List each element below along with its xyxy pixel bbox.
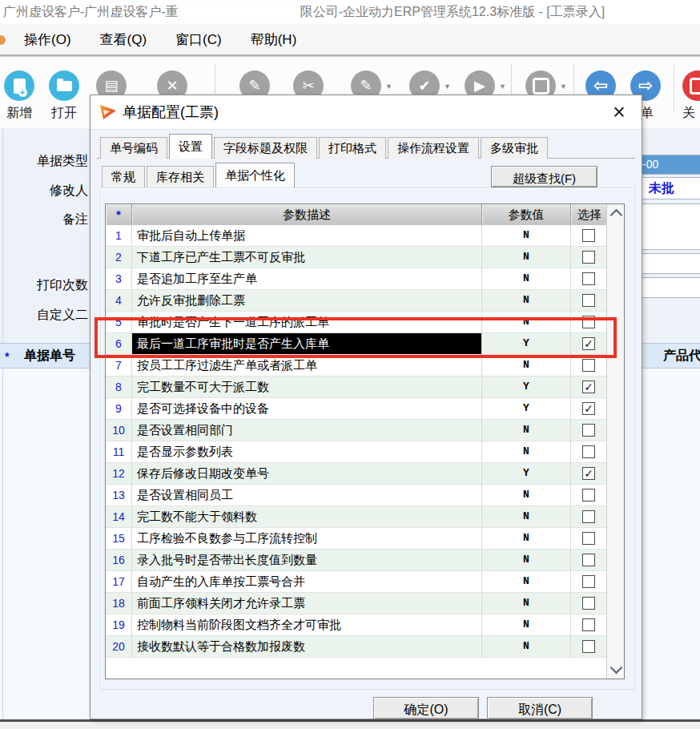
param-checkbox[interactable]	[582, 575, 595, 588]
dialog-close-icon[interactable]: ×	[606, 99, 632, 126]
param-value[interactable]: N	[482, 593, 571, 614]
table-row[interactable]: 13是否设置相同员工N	[106, 485, 606, 506]
table-row[interactable]: 14完工数不能大于领料数N	[106, 506, 606, 528]
close-app-icon[interactable]	[682, 70, 700, 101]
table-row[interactable]: 16录入批号时是否带出长度值到数量N	[106, 550, 606, 571]
new-doc-icon[interactable]	[4, 70, 34, 101]
param-description[interactable]: 完工数量不可大于派工数	[132, 377, 482, 398]
param-value[interactable]: N	[482, 528, 571, 550]
new-doc-label[interactable]: 新增	[2, 105, 37, 122]
menu-operation[interactable]: 操作(O)	[24, 30, 71, 49]
table-row[interactable]: 18前面工序领料关闭才允许录工票N	[106, 593, 606, 614]
param-value[interactable]: N	[482, 268, 571, 290]
header-select[interactable]: 选择	[571, 204, 608, 225]
param-value[interactable]: N	[482, 614, 571, 636]
param-checkbox[interactable]	[582, 272, 595, 285]
param-checkbox[interactable]	[582, 294, 595, 307]
param-description[interactable]: 是否显示参数列表	[132, 441, 482, 463]
menu-help[interactable]: 帮助(H)	[251, 30, 297, 49]
param-value[interactable]: N	[482, 571, 571, 593]
param-value[interactable]: N	[482, 550, 571, 571]
param-value[interactable]: N	[482, 506, 571, 528]
tab-0[interactable]: 常规	[102, 166, 145, 187]
table-row[interactable]: 17自动产生的入库单按工票号合并N	[106, 571, 606, 593]
param-checkbox[interactable]	[582, 359, 595, 372]
param-value[interactable]: N	[482, 485, 571, 506]
param-description[interactable]: 前面工序领料关闭才允许录工票	[132, 593, 482, 614]
param-checkbox[interactable]	[582, 445, 595, 458]
doc-type-combo[interactable]: -00	[641, 155, 700, 175]
param-checkbox[interactable]	[582, 424, 595, 437]
param-value[interactable]: N	[482, 312, 571, 333]
cancel-button[interactable]: 取消(C)	[487, 697, 593, 719]
header-description[interactable]: 参数描述	[132, 204, 482, 225]
scroll-up-icon[interactable]	[610, 209, 623, 222]
table-row[interactable]: 11是否显示参数列表N	[106, 441, 606, 463]
param-description[interactable]: 允许反审批删除工票	[132, 290, 482, 312]
vertical-scrollbar[interactable]	[606, 204, 624, 679]
param-checkbox[interactable]	[582, 251, 595, 264]
custom2-field[interactable]	[641, 277, 700, 298]
param-checkbox[interactable]: ✓	[582, 381, 595, 393]
param-description[interactable]: 审批后自动上传单据	[132, 225, 482, 247]
table-row[interactable]: 8完工数量不可大于派工数Y✓	[106, 377, 606, 398]
param-description[interactable]: 保存后修改日期改变单号	[132, 463, 482, 485]
tab-0[interactable]: 单号编码	[100, 137, 167, 159]
tab-5[interactable]: 多级审批	[481, 137, 548, 159]
tab-1[interactable]: 设置	[169, 134, 212, 159]
param-value[interactable]: N	[482, 441, 571, 463]
table-row[interactable]: 6最后一道工序审批时是否产生入库单Y✓	[106, 333, 606, 355]
param-checkbox[interactable]	[582, 316, 595, 328]
param-value[interactable]: N	[482, 420, 571, 441]
open-folder-label[interactable]: 打开	[46, 105, 82, 122]
close-app-label[interactable]: 关	[678, 105, 700, 122]
param-description[interactable]: 是否设置相同部门	[132, 420, 482, 441]
param-checkbox[interactable]: ✓	[582, 467, 595, 480]
param-description[interactable]: 审批时是否产生下一道工序的派工单	[132, 312, 482, 333]
param-description[interactable]: 是否设置相同员工	[132, 485, 482, 506]
param-checkbox[interactable]	[582, 618, 595, 631]
tab-4[interactable]: 操作流程设置	[388, 137, 479, 159]
param-checkbox[interactable]	[582, 532, 595, 545]
tab-1[interactable]: 库存相关	[147, 166, 214, 187]
table-row[interactable]: 9是否可选择设备中的设备Y✓	[106, 398, 606, 420]
param-checkbox[interactable]	[582, 229, 595, 242]
param-description[interactable]: 录入批号时是否带出长度值到数量	[132, 550, 482, 571]
param-value[interactable]: N	[482, 636, 571, 658]
tab-3[interactable]: 打印格式	[319, 137, 386, 159]
param-description[interactable]: 自动产生的入库单按工票号合并	[132, 571, 482, 593]
remark-field[interactable]	[641, 203, 700, 250]
param-description[interactable]: 是否追加工序至生产单	[132, 268, 482, 290]
param-description[interactable]: 按员工工序过滤生产单或者派工单	[132, 355, 482, 377]
param-value[interactable]: Y	[482, 377, 571, 398]
param-checkbox[interactable]	[582, 510, 595, 523]
menu-view[interactable]: 查看(Q)	[100, 30, 147, 49]
param-value[interactable]: Y	[482, 333, 571, 355]
param-description[interactable]: 是否可选择设备中的设备	[132, 398, 482, 420]
table-row[interactable]: 2下道工序已产生工票不可反审批N	[106, 247, 606, 268]
param-checkbox[interactable]	[582, 489, 595, 501]
param-value[interactable]: Y	[482, 398, 571, 420]
param-checkbox[interactable]	[582, 640, 595, 653]
tab-2[interactable]: 字段标题及权限	[214, 137, 317, 159]
open-folder-icon[interactable]	[49, 70, 79, 101]
tab-2[interactable]: 单据个性化	[215, 163, 295, 187]
param-description[interactable]: 接收数默认等于合格数加报废数	[132, 636, 482, 658]
dialog-titlebar[interactable]: 单据配置(工票) ×	[91, 95, 642, 130]
table-row[interactable]: 20接收数默认等于合格数加报废数N	[106, 636, 606, 658]
table-row[interactable]: 1审批后自动上传单据N	[106, 225, 606, 247]
param-description[interactable]: 完工数不能大于领料数	[132, 506, 482, 528]
param-checkbox[interactable]: ✓	[582, 337, 595, 350]
param-description[interactable]: 控制物料当前阶段图文档齐全才可审批	[132, 614, 482, 636]
print-count-field[interactable]	[641, 253, 700, 274]
table-row[interactable]: 12保存后修改日期改变单号Y✓	[106, 463, 606, 485]
param-value[interactable]: N	[482, 247, 571, 268]
param-value[interactable]: N	[482, 225, 571, 247]
table-row[interactable]: 10是否设置相同部门N	[106, 420, 606, 441]
menu-window[interactable]: 窗口(C)	[175, 30, 222, 49]
param-value[interactable]: Y	[482, 463, 571, 485]
table-row[interactable]: 3是否追加工序至生产单N	[106, 268, 606, 290]
header-value[interactable]: 参数值	[482, 204, 571, 225]
table-row[interactable]: 7按员工工序过滤生产单或者派工单N	[106, 355, 606, 377]
param-checkbox[interactable]	[582, 554, 595, 566]
